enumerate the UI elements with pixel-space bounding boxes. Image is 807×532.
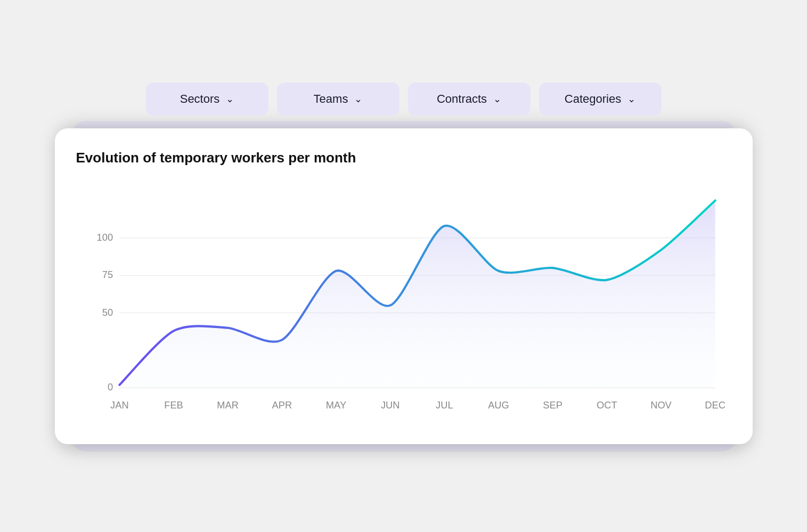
- teams-filter[interactable]: Teams ⌄: [277, 83, 400, 116]
- svg-text:50: 50: [102, 307, 112, 318]
- chart-area: 05075100 JANFEBMARAPRMAYJUNJULAUGSEPOCTN…: [76, 182, 726, 422]
- card-stack: Evolution of temporary workers per month: [55, 128, 753, 444]
- page-container: Sectors ⌄ Teams ⌄ Contracts ⌄ Categories…: [44, 72, 763, 460]
- svg-text:0: 0: [107, 382, 112, 393]
- svg-text:75: 75: [102, 269, 112, 281]
- svg-text:OCT: OCT: [597, 399, 617, 411]
- chart-card: Evolution of temporary workers per month: [55, 128, 753, 444]
- chart-area-fill: [119, 201, 715, 388]
- svg-text:MAY: MAY: [325, 399, 346, 411]
- sectors-label: Sectors: [180, 92, 220, 106]
- contracts-label: Contracts: [437, 92, 487, 106]
- svg-text:JAN: JAN: [110, 399, 129, 411]
- x-axis: JANFEBMARAPRMAYJUNJULAUGSEPOCTNOVDEC: [110, 399, 726, 411]
- contracts-chevron-icon: ⌄: [493, 93, 501, 105]
- chart-svg: 05075100 JANFEBMARAPRMAYJUNJULAUGSEPOCTN…: [76, 182, 726, 420]
- svg-text:SEP: SEP: [543, 399, 563, 411]
- svg-text:MAR: MAR: [217, 399, 239, 411]
- chart-title: Evolution of temporary workers per month: [76, 150, 726, 166]
- svg-text:JUN: JUN: [380, 399, 400, 411]
- svg-text:100: 100: [96, 232, 113, 243]
- svg-text:APR: APR: [272, 399, 292, 411]
- svg-text:NOV: NOV: [650, 399, 672, 411]
- teams-chevron-icon: ⌄: [354, 93, 362, 105]
- svg-text:AUG: AUG: [488, 399, 509, 411]
- contracts-filter[interactable]: Contracts ⌄: [408, 83, 531, 116]
- categories-filter[interactable]: Categories ⌄: [539, 83, 662, 116]
- filter-row: Sectors ⌄ Teams ⌄ Contracts ⌄ Categories…: [55, 83, 753, 116]
- svg-text:FEB: FEB: [164, 399, 183, 411]
- categories-label: Categories: [565, 92, 621, 106]
- sectors-filter[interactable]: Sectors ⌄: [146, 83, 268, 116]
- svg-text:DEC: DEC: [705, 399, 726, 411]
- svg-text:JUL: JUL: [436, 399, 453, 411]
- categories-chevron-icon: ⌄: [627, 93, 635, 105]
- sectors-chevron-icon: ⌄: [226, 93, 234, 105]
- teams-label: Teams: [314, 92, 348, 106]
